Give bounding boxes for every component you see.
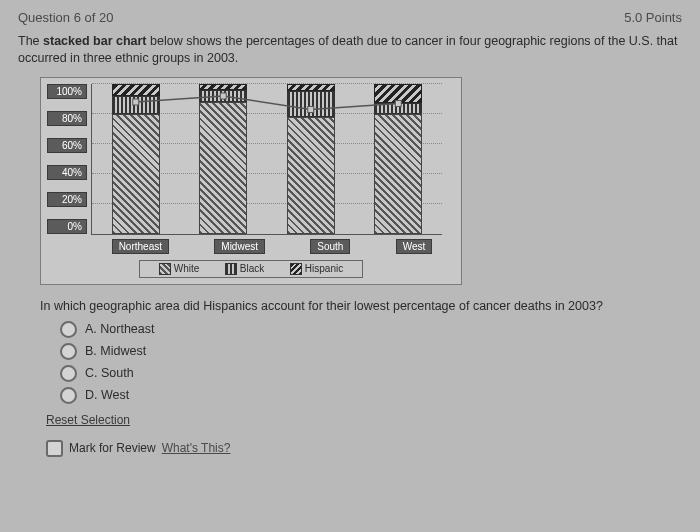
y-tick: 60% bbox=[47, 138, 87, 153]
y-tick: 40% bbox=[47, 165, 87, 180]
choice-label: D. West bbox=[85, 388, 129, 402]
choice-label: A. Northeast bbox=[85, 322, 154, 336]
choice-a[interactable]: A. Northeast bbox=[60, 321, 682, 338]
plot-wrap: 100%80%60%40%20%0% bbox=[41, 78, 461, 235]
x-axis: NortheastMidwestSouthWest bbox=[89, 239, 455, 254]
y-tick: 0% bbox=[47, 219, 87, 234]
x-tick: Midwest bbox=[214, 239, 265, 254]
question-header: Question 6 of 20 5.0 Points bbox=[18, 10, 682, 25]
legend-black: Black bbox=[225, 263, 264, 275]
chart-container: 100%80%60%40%20%0% NortheastMidwestSouth… bbox=[40, 77, 462, 285]
overlay-line bbox=[92, 84, 442, 234]
choice-label: C. South bbox=[85, 366, 134, 380]
question-points: 5.0 Points bbox=[624, 10, 682, 25]
legend-label: White bbox=[174, 263, 200, 274]
y-axis: 100%80%60%40%20%0% bbox=[47, 84, 87, 234]
choice-c[interactable]: C. South bbox=[60, 365, 682, 382]
quiz-page: Question 6 of 20 5.0 Points The stacked … bbox=[0, 0, 700, 532]
radio-icon[interactable] bbox=[60, 321, 77, 338]
legend-hispanic: Hispanic bbox=[290, 263, 343, 275]
x-tick: South bbox=[310, 239, 350, 254]
mark-for-review-label: Mark for Review bbox=[69, 441, 156, 455]
svg-rect-1 bbox=[220, 93, 226, 99]
question-text: In which geographic area did Hispanics a… bbox=[40, 299, 682, 313]
x-tick: Northeast bbox=[112, 239, 169, 254]
swatch-icon bbox=[225, 263, 237, 275]
y-tick: 80% bbox=[47, 111, 87, 126]
legend-label: Black bbox=[240, 263, 264, 274]
choice-d[interactable]: D. West bbox=[60, 387, 682, 404]
y-tick: 20% bbox=[47, 192, 87, 207]
swatch-icon bbox=[290, 263, 302, 275]
swatch-icon bbox=[159, 263, 171, 275]
svg-rect-0 bbox=[133, 99, 139, 105]
radio-icon[interactable] bbox=[60, 387, 77, 404]
reset-selection-link[interactable]: Reset Selection bbox=[46, 413, 130, 427]
y-tick: 100% bbox=[47, 84, 87, 99]
mark-for-review-row: Mark for Review What's This? bbox=[46, 440, 682, 457]
legend-white: White bbox=[159, 263, 200, 275]
mark-for-review-checkbox[interactable] bbox=[46, 440, 63, 457]
question-progress: Question 6 of 20 bbox=[18, 10, 113, 25]
plot-area bbox=[91, 84, 442, 235]
x-tick: West bbox=[396, 239, 433, 254]
svg-rect-3 bbox=[395, 100, 401, 106]
radio-icon[interactable] bbox=[60, 343, 77, 360]
stem-bold: stacked bar chart bbox=[43, 34, 147, 48]
whats-this-link[interactable]: What's This? bbox=[162, 441, 231, 455]
legend-label: Hispanic bbox=[305, 263, 343, 274]
stem-prefix: The bbox=[18, 34, 43, 48]
question-stem: The stacked bar chart below shows the pe… bbox=[18, 33, 682, 67]
chart-legend: White Black Hispanic bbox=[139, 260, 363, 278]
radio-icon[interactable] bbox=[60, 365, 77, 382]
svg-rect-2 bbox=[308, 106, 314, 112]
choice-label: B. Midwest bbox=[85, 344, 146, 358]
choice-b[interactable]: B. Midwest bbox=[60, 343, 682, 360]
answer-choices: A. NortheastB. MidwestC. SouthD. West bbox=[60, 321, 682, 404]
